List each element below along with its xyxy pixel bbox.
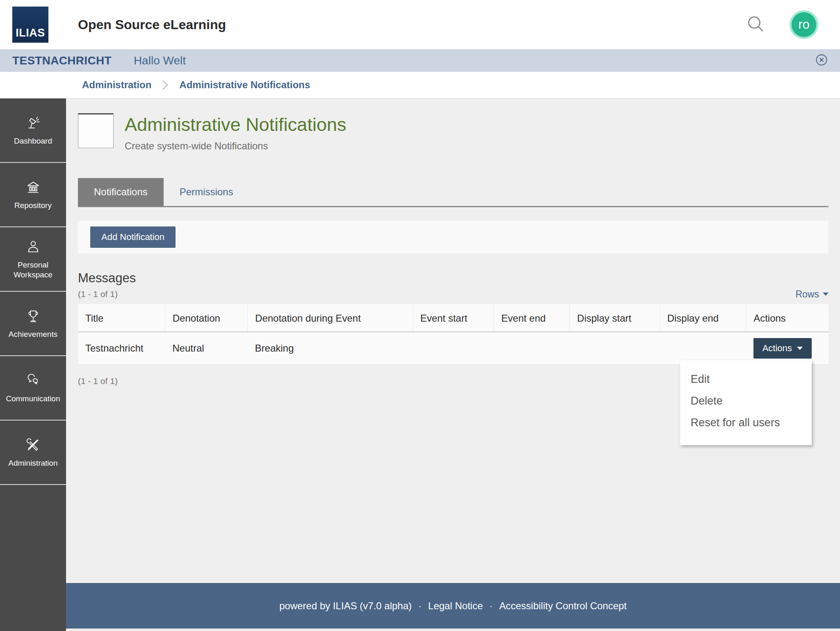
- footer-link-accessibility[interactable]: Accessibility Control Concept: [499, 600, 627, 612]
- tools-icon: [25, 437, 41, 453]
- sidebar-item-label: Communication: [4, 394, 63, 404]
- column-header-denotation-during-event: Denotation during Event: [248, 304, 413, 332]
- system-notification-bar: TESTNACHRICHT Hallo Welt: [0, 49, 840, 72]
- cell-denotation-during-event: Breaking: [248, 332, 413, 364]
- column-header-actions: Actions: [746, 304, 829, 332]
- sidebar-item-label: Repository: [12, 201, 54, 210]
- column-header-event-start: Event start: [413, 304, 494, 332]
- column-header-display-start: Display start: [570, 304, 660, 332]
- sidebar-item-personal-workspace[interactable]: Personal Workspace: [0, 227, 66, 292]
- rows-label: Rows: [795, 289, 819, 300]
- result-count-top: (1 - 1 of 1): [78, 289, 118, 299]
- breadcrumb-administration[interactable]: Administration: [82, 79, 151, 91]
- page-title: Administrative Notifications: [125, 114, 346, 135]
- trophy-icon: [25, 308, 41, 325]
- speech-bubbles-icon: [25, 373, 41, 389]
- sidebar-item-administration[interactable]: Administration: [0, 421, 66, 485]
- cell-display-end: [660, 332, 746, 364]
- bank-icon: [25, 179, 41, 196]
- chevron-down-icon: [823, 293, 829, 296]
- cell-denotation: Neutral: [165, 332, 247, 364]
- actions-menu: Edit Delete Reset for all users: [680, 360, 812, 445]
- avatar[interactable]: ro: [790, 10, 818, 39]
- messages-table: Title Denotation Denotation during Event…: [78, 304, 829, 364]
- page-header: Administrative Notifications Create syst…: [78, 113, 829, 152]
- avatar-initials: ro: [798, 17, 810, 32]
- sidebar-item-repository[interactable]: Repository: [0, 163, 66, 227]
- ilias-logo[interactable]: ILIAS: [12, 7, 48, 43]
- tab-permissions[interactable]: Permissions: [164, 178, 249, 206]
- column-header-title: Title: [78, 304, 165, 332]
- messages-table-panel: Title Denotation Denotation during Event…: [78, 304, 829, 365]
- notification-title: TESTNACHRICHT: [12, 54, 112, 67]
- chevron-right-icon: [162, 80, 169, 90]
- breadcrumb-administrative-notifications[interactable]: Administrative Notifications: [179, 79, 310, 91]
- brand-title: Open Source eLearning: [78, 17, 226, 32]
- table-header-row: Title Denotation Denotation during Event…: [78, 304, 829, 332]
- ilias-logo-text: ILIAS: [16, 27, 45, 43]
- column-header-event-end: Event end: [494, 304, 570, 332]
- chevron-down-icon: [797, 347, 803, 350]
- column-header-denotation: Denotation: [165, 304, 247, 332]
- menu-item-reset-for-all-users[interactable]: Reset for all users: [680, 412, 812, 434]
- footer-separator: ·: [418, 600, 422, 612]
- cell-title: Testnachricht: [78, 332, 165, 364]
- tab-bar: Notifications Permissions: [78, 178, 829, 207]
- page-subtitle: Create system-wide Notifications: [125, 140, 346, 152]
- sidebar-item-label: Administration: [6, 458, 60, 468]
- actions-button-label: Actions: [762, 343, 792, 354]
- sidebar-item-communication[interactable]: Communication: [0, 356, 66, 421]
- footer-link-legal-notice[interactable]: Legal Notice: [428, 600, 483, 612]
- person-icon: [25, 239, 41, 255]
- main-content: Administrative Notifications Create syst…: [66, 98, 840, 631]
- footer-separator: ·: [489, 600, 493, 612]
- actions-dropdown-button[interactable]: Actions: [753, 338, 812, 359]
- sidebar-item-label: Achievements: [6, 329, 60, 339]
- footer-powered-by: powered by ILIAS (v7.0 alpha): [279, 600, 412, 612]
- cell-display-start: [570, 332, 660, 364]
- sidebar-item-achievements[interactable]: Achievements: [0, 292, 66, 356]
- close-icon: [815, 54, 828, 68]
- cell-actions: Actions Edit Delete Reset for all users: [746, 332, 829, 364]
- rows-dropdown[interactable]: Rows: [795, 289, 829, 300]
- column-header-display-end: Display end: [660, 304, 746, 332]
- cell-event-start: [413, 332, 494, 364]
- sidebar-item-label: Personal Workspace: [0, 260, 66, 280]
- sidebar-item-label: Dashboard: [11, 136, 55, 146]
- search-button[interactable]: [745, 14, 767, 35]
- lamp-icon: [25, 115, 41, 131]
- menu-item-edit[interactable]: Edit: [680, 368, 812, 390]
- messages-heading: Messages: [78, 271, 829, 286]
- top-bar: ILIAS Open Source eLearning ro: [0, 0, 840, 49]
- tab-notifications[interactable]: Notifications: [78, 178, 164, 206]
- notification-message: Hallo Welt: [134, 54, 186, 67]
- breadcrumb: Administration Administrative Notificati…: [0, 72, 840, 98]
- object-icon-placeholder: [78, 113, 114, 148]
- toolbar: Add Notification: [78, 221, 829, 254]
- table-row: Testnachricht Neutral Breaking Actions: [78, 332, 829, 364]
- main-sidebar: Dashboard Repository Pers: [0, 98, 66, 631]
- page-footer: powered by ILIAS (v7.0 alpha) · Legal No…: [66, 583, 840, 629]
- search-icon: [745, 30, 767, 37]
- add-notification-button[interactable]: Add Notification: [90, 226, 176, 248]
- menu-item-delete[interactable]: Delete: [680, 390, 812, 412]
- sidebar-item-dashboard[interactable]: Dashboard: [0, 98, 66, 163]
- cell-event-end: [494, 332, 570, 364]
- notification-close-button[interactable]: [815, 54, 828, 68]
